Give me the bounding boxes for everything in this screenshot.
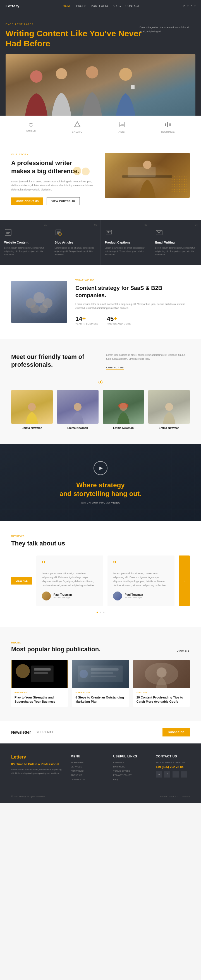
video-subtitle: WATCH OUR PROMO VIDEO (11, 501, 190, 504)
footer-bottom-terms[interactable]: TERMS (182, 795, 190, 798)
footer-link-portfolio[interactable]: PORTFOLIO (71, 770, 105, 772)
nav-link-contact[interactable]: CONTACT (125, 5, 139, 8)
svg-point-35 (39, 304, 48, 313)
footer-social-facebook[interactable]: f (164, 772, 170, 778)
footer-phone: +49 (555) 762 78 84 (156, 765, 190, 768)
team-name-1: Emma Newman (11, 426, 53, 430)
footer-social-linkedin[interactable]: in (156, 772, 162, 778)
svg-point-13 (143, 161, 152, 169)
author-info-1: Paul Trueman Product Manager (54, 593, 72, 599)
nav-link-home[interactable]: HOME (63, 5, 72, 8)
svg-rect-48 (34, 672, 48, 674)
techinge-icon (165, 121, 171, 129)
service-desc-3: Lorem ipsum dolor sit amet, consectetur … (105, 246, 147, 256)
svg-rect-52 (91, 672, 113, 674)
footer-link-contact[interactable]: CONTACT US (71, 778, 105, 781)
logo-asis: ASIS ASIS (119, 121, 125, 133)
svg-point-34 (30, 304, 40, 313)
logo-envato-name: ENVATO (72, 130, 82, 133)
footer-link-homepage[interactable]: HOMEPAGE (71, 761, 105, 764)
asis-icon: ASIS (119, 121, 125, 129)
blog-title: Most popular blog publication. (11, 646, 100, 653)
contact-us-link[interactable]: CONTACT US (106, 366, 123, 370)
testimonial-side-card: ··· (179, 555, 190, 606)
social-facebook-icon[interactable]: f (188, 4, 188, 8)
svg-point-45 (16, 664, 30, 678)
blog-card-1[interactable]: BUSINESS Play to Your Strengths and Supe… (11, 660, 68, 707)
view-portfolio-btn[interactable]: VIEW PORTFOLIO (47, 197, 80, 205)
testimonial-text-2: Lorem ipsum dolor sit amet, consectetur … (113, 571, 169, 588)
subscribe-button[interactable]: SUBSCRIBE (163, 728, 190, 737)
hero-desc: Dolor sit egestas. Nemo enim ipsum dolor… (139, 26, 195, 33)
testimonials-layout: VIEW ALL " Lorem ipsum dolor sit amet, c… (11, 555, 190, 606)
svg-rect-10 (169, 123, 171, 126)
footer-link-faq[interactable]: FAQ (113, 778, 147, 781)
team-card-1: Emma Newman (11, 390, 53, 430)
logo-envato: ENVATO (72, 121, 82, 133)
nav-link-pages[interactable]: PAGES (76, 5, 86, 8)
service-name-3: Product Captions (105, 241, 147, 244)
svg-rect-53 (91, 676, 116, 677)
footer-link-terms[interactable]: TERMS OF USE (113, 770, 147, 772)
blog-card-3[interactable]: WRITING 10 Content Proofreading Tips to … (133, 660, 190, 707)
play-button[interactable] (93, 461, 108, 475)
service-email: 04 Email Writing Lorem ipsum dolor sit a… (151, 220, 201, 265)
social-links: in f p t (183, 4, 195, 8)
testimonial-author-2: Paul Trueman Product Manager (113, 592, 169, 600)
social-pinterest-icon[interactable]: p (191, 4, 192, 8)
footer-social-twitter[interactable]: t (181, 772, 187, 778)
view-all-testimonials-btn[interactable]: VIEW ALL (11, 577, 32, 584)
blog-grid: BUSINESS Play to Your Strengths and Supe… (11, 660, 190, 707)
blog-header-left: RECENT Most popular blog publication. (11, 641, 100, 653)
blog-content-3: WRITING 10 Content Proofreading Tips to … (133, 688, 190, 707)
svg-point-39 (74, 403, 82, 411)
nav-link-blog[interactable]: BLOG (112, 5, 121, 8)
dot-2[interactable] (100, 612, 101, 613)
service-icon-4 (155, 229, 197, 238)
brand-logo[interactable]: Lettery (6, 4, 19, 8)
testimonials-header: REVIEWS They talk about us (11, 535, 190, 547)
svg-marker-5 (74, 122, 80, 127)
service-name-4: Email Writing (155, 241, 197, 244)
more-about-btn[interactable]: MORE ABOUT US (11, 197, 43, 205)
svg-rect-4 (131, 85, 135, 89)
svg-text:ASIS: ASIS (119, 124, 124, 126)
nav-link-portfolio[interactable]: PORTFOLIO (91, 5, 108, 8)
stat-projects: 45+ FINDING AND MORE (107, 315, 131, 325)
video-title: Where strategy and storytelling hang out… (11, 480, 190, 498)
newsletter-input[interactable] (36, 729, 157, 736)
footer-link-careers[interactable]: CAREERS (113, 761, 147, 764)
logo-shield: 🛡 SHIELD (26, 123, 36, 132)
hero-image-placeholder (6, 54, 195, 116)
testimonials-action-col: VIEW ALL (11, 555, 32, 606)
about-desc: Lorem ipsum dolor sit amet, consectetur … (11, 180, 96, 192)
footer-link-privacy[interactable]: PRIVACY POLICY (113, 774, 147, 776)
blog-image-2 (72, 660, 129, 688)
dot-1[interactable] (97, 612, 98, 613)
social-linkedin-icon[interactable]: in (183, 4, 185, 8)
about-section: OUR STORY A professional writermakes a b… (0, 139, 201, 220)
footer-social-pinterest[interactable]: p (173, 772, 179, 778)
footer-bottom-privacy[interactable]: PRIVACY POLICY (160, 795, 179, 798)
footer-link-partners[interactable]: PARTNERS (113, 765, 147, 768)
hero-image (6, 54, 195, 116)
blog-category-2: MARKETING (75, 691, 125, 694)
newsletter-label: Newsletter (11, 730, 31, 735)
service-website: 01 Website Content Lorem ipsum dolor sit… (0, 220, 50, 265)
footer-link-services[interactable]: SERVICES (71, 765, 105, 768)
service-num-4: 04 (195, 223, 198, 226)
footer-link-about[interactable]: ABOUT US (71, 774, 105, 776)
service-icon-2 (54, 229, 96, 238)
view-all-blog-link[interactable]: VIEW ALL (177, 650, 190, 653)
dot-3[interactable] (103, 612, 104, 613)
team-card-4: Emma Newman (148, 390, 190, 430)
logos-bar: 🛡 SHIELD ENVATO ASIS ASIS Techinge (0, 116, 201, 139)
testimonial-text-1: Lorem ipsum dolor sit amet, consectetur … (42, 571, 98, 588)
service-name-1: Website Content (4, 241, 46, 244)
blog-tag: RECENT (11, 641, 100, 644)
svg-point-2 (86, 66, 98, 78)
team-name-2: Emma Newman (57, 426, 98, 430)
social-twitter-icon[interactable]: t (195, 4, 195, 8)
blog-card-2[interactable]: MARKETING 5 Steps to Create an Outstandi… (72, 660, 129, 707)
newsletter-section: Newsletter SUBSCRIBE (0, 721, 201, 743)
